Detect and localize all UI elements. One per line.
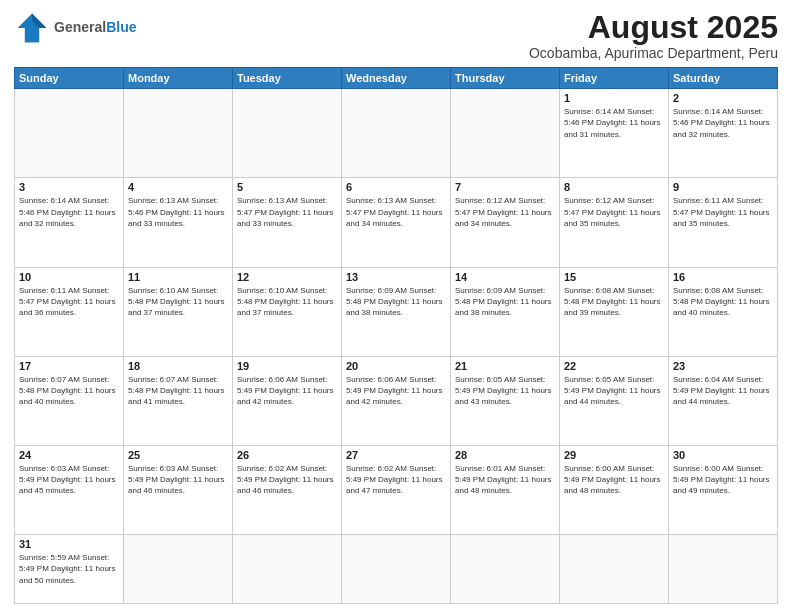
day-number: 18	[128, 360, 228, 372]
table-row: 8Sunrise: 6:12 AM Sunset: 5:47 PM Daylig…	[560, 178, 669, 267]
table-row	[342, 535, 451, 604]
day-info: Sunrise: 6:00 AM Sunset: 5:49 PM Dayligh…	[673, 463, 773, 497]
day-info: Sunrise: 6:11 AM Sunset: 5:47 PM Dayligh…	[673, 195, 773, 229]
col-monday: Monday	[124, 68, 233, 89]
table-row	[560, 535, 669, 604]
table-row: 7Sunrise: 6:12 AM Sunset: 5:47 PM Daylig…	[451, 178, 560, 267]
table-row: 21Sunrise: 6:05 AM Sunset: 5:49 PM Dayli…	[451, 356, 560, 445]
table-row	[669, 535, 778, 604]
day-number: 8	[564, 181, 664, 193]
day-number: 29	[564, 449, 664, 461]
col-friday: Friday	[560, 68, 669, 89]
col-saturday: Saturday	[669, 68, 778, 89]
table-row	[124, 89, 233, 178]
table-row	[233, 535, 342, 604]
day-info: Sunrise: 6:02 AM Sunset: 5:49 PM Dayligh…	[346, 463, 446, 497]
day-info: Sunrise: 6:05 AM Sunset: 5:49 PM Dayligh…	[455, 374, 555, 408]
day-number: 3	[19, 181, 119, 193]
day-number: 7	[455, 181, 555, 193]
day-info: Sunrise: 6:09 AM Sunset: 5:48 PM Dayligh…	[455, 285, 555, 319]
logo-icon	[14, 10, 50, 46]
table-row: 5Sunrise: 6:13 AM Sunset: 5:47 PM Daylig…	[233, 178, 342, 267]
day-number: 16	[673, 271, 773, 283]
calendar-title: August 2025	[529, 10, 778, 45]
day-info: Sunrise: 6:14 AM Sunset: 5:46 PM Dayligh…	[564, 106, 664, 140]
day-number: 6	[346, 181, 446, 193]
day-number: 4	[128, 181, 228, 193]
table-row	[233, 89, 342, 178]
day-number: 28	[455, 449, 555, 461]
day-number: 22	[564, 360, 664, 372]
day-number: 23	[673, 360, 773, 372]
logo-text: GeneralBlue	[54, 20, 136, 35]
table-row: 4Sunrise: 6:13 AM Sunset: 5:46 PM Daylig…	[124, 178, 233, 267]
day-info: Sunrise: 6:04 AM Sunset: 5:49 PM Dayligh…	[673, 374, 773, 408]
day-info: Sunrise: 6:07 AM Sunset: 5:48 PM Dayligh…	[19, 374, 119, 408]
day-number: 27	[346, 449, 446, 461]
day-info: Sunrise: 6:01 AM Sunset: 5:49 PM Dayligh…	[455, 463, 555, 497]
day-info: Sunrise: 6:03 AM Sunset: 5:49 PM Dayligh…	[19, 463, 119, 497]
day-number: 13	[346, 271, 446, 283]
table-row: 2Sunrise: 6:14 AM Sunset: 5:46 PM Daylig…	[669, 89, 778, 178]
day-number: 19	[237, 360, 337, 372]
table-row: 6Sunrise: 6:13 AM Sunset: 5:47 PM Daylig…	[342, 178, 451, 267]
calendar-subtitle: Ocobamba, Apurimac Department, Peru	[529, 45, 778, 61]
table-row: 31Sunrise: 5:59 AM Sunset: 5:49 PM Dayli…	[15, 535, 124, 604]
table-row: 14Sunrise: 6:09 AM Sunset: 5:48 PM Dayli…	[451, 267, 560, 356]
table-row: 22Sunrise: 6:05 AM Sunset: 5:49 PM Dayli…	[560, 356, 669, 445]
table-row	[15, 89, 124, 178]
day-info: Sunrise: 6:12 AM Sunset: 5:47 PM Dayligh…	[455, 195, 555, 229]
header: GeneralBlue August 2025 Ocobamba, Apurim…	[14, 10, 778, 61]
day-info: Sunrise: 6:14 AM Sunset: 5:46 PM Dayligh…	[673, 106, 773, 140]
title-block: August 2025 Ocobamba, Apurimac Departmen…	[529, 10, 778, 61]
col-sunday: Sunday	[15, 68, 124, 89]
calendar-table: Sunday Monday Tuesday Wednesday Thursday…	[14, 67, 778, 604]
logo: GeneralBlue	[14, 10, 136, 46]
table-row: 11Sunrise: 6:10 AM Sunset: 5:48 PM Dayli…	[124, 267, 233, 356]
day-info: Sunrise: 6:03 AM Sunset: 5:49 PM Dayligh…	[128, 463, 228, 497]
table-row: 18Sunrise: 6:07 AM Sunset: 5:48 PM Dayli…	[124, 356, 233, 445]
day-number: 12	[237, 271, 337, 283]
table-row	[451, 89, 560, 178]
day-number: 31	[19, 538, 119, 550]
day-number: 2	[673, 92, 773, 104]
table-row: 19Sunrise: 6:06 AM Sunset: 5:49 PM Dayli…	[233, 356, 342, 445]
day-info: Sunrise: 6:13 AM Sunset: 5:46 PM Dayligh…	[128, 195, 228, 229]
day-info: Sunrise: 6:00 AM Sunset: 5:49 PM Dayligh…	[564, 463, 664, 497]
table-row: 17Sunrise: 6:07 AM Sunset: 5:48 PM Dayli…	[15, 356, 124, 445]
calendar-header-row: Sunday Monday Tuesday Wednesday Thursday…	[15, 68, 778, 89]
col-tuesday: Tuesday	[233, 68, 342, 89]
table-row: 25Sunrise: 6:03 AM Sunset: 5:49 PM Dayli…	[124, 446, 233, 535]
day-number: 25	[128, 449, 228, 461]
table-row: 12Sunrise: 6:10 AM Sunset: 5:48 PM Dayli…	[233, 267, 342, 356]
day-info: Sunrise: 6:06 AM Sunset: 5:49 PM Dayligh…	[237, 374, 337, 408]
day-info: Sunrise: 6:05 AM Sunset: 5:49 PM Dayligh…	[564, 374, 664, 408]
day-number: 11	[128, 271, 228, 283]
table-row: 3Sunrise: 6:14 AM Sunset: 5:46 PM Daylig…	[15, 178, 124, 267]
day-info: Sunrise: 6:10 AM Sunset: 5:48 PM Dayligh…	[237, 285, 337, 319]
day-info: Sunrise: 6:08 AM Sunset: 5:48 PM Dayligh…	[673, 285, 773, 319]
table-row: 10Sunrise: 6:11 AM Sunset: 5:47 PM Dayli…	[15, 267, 124, 356]
col-wednesday: Wednesday	[342, 68, 451, 89]
day-info: Sunrise: 6:10 AM Sunset: 5:48 PM Dayligh…	[128, 285, 228, 319]
day-info: Sunrise: 6:11 AM Sunset: 5:47 PM Dayligh…	[19, 285, 119, 319]
day-number: 1	[564, 92, 664, 104]
day-info: Sunrise: 5:59 AM Sunset: 5:49 PM Dayligh…	[19, 552, 119, 586]
day-info: Sunrise: 6:12 AM Sunset: 5:47 PM Dayligh…	[564, 195, 664, 229]
day-info: Sunrise: 6:06 AM Sunset: 5:49 PM Dayligh…	[346, 374, 446, 408]
page: GeneralBlue August 2025 Ocobamba, Apurim…	[0, 0, 792, 612]
table-row: 15Sunrise: 6:08 AM Sunset: 5:48 PM Dayli…	[560, 267, 669, 356]
table-row: 9Sunrise: 6:11 AM Sunset: 5:47 PM Daylig…	[669, 178, 778, 267]
day-number: 10	[19, 271, 119, 283]
day-number: 20	[346, 360, 446, 372]
table-row	[124, 535, 233, 604]
day-number: 26	[237, 449, 337, 461]
day-number: 15	[564, 271, 664, 283]
table-row: 27Sunrise: 6:02 AM Sunset: 5:49 PM Dayli…	[342, 446, 451, 535]
table-row: 28Sunrise: 6:01 AM Sunset: 5:49 PM Dayli…	[451, 446, 560, 535]
logo-general: General	[54, 19, 106, 35]
table-row: 23Sunrise: 6:04 AM Sunset: 5:49 PM Dayli…	[669, 356, 778, 445]
table-row	[451, 535, 560, 604]
day-number: 30	[673, 449, 773, 461]
day-number: 21	[455, 360, 555, 372]
